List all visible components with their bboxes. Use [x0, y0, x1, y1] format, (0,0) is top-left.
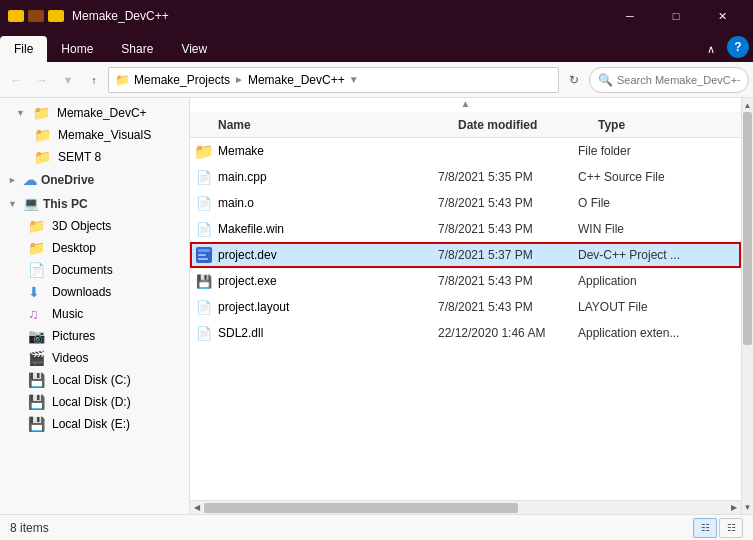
- file-name-memake: Memake: [214, 144, 434, 158]
- svg-rect-1: [198, 249, 210, 252]
- file-type-cpp: C++ Source File: [574, 170, 737, 184]
- file-name-layout: project.layout: [214, 300, 434, 314]
- sidebar-item-local-e[interactable]: 💾 Local Disk (E:): [0, 413, 189, 435]
- svg-rect-2: [198, 254, 206, 256]
- file-row-project-dev[interactable]: project.dev 7/8/2021 5:37 PM Dev-C++ Pro…: [190, 242, 741, 268]
- file-name-exe: project.exe: [214, 274, 434, 288]
- minimize-button[interactable]: ─: [607, 0, 653, 32]
- file-row[interactable]: 📄 main.cpp 7/8/2021 5:35 PM C++ Source F…: [190, 164, 741, 190]
- tab-share[interactable]: Share: [107, 36, 167, 62]
- sidebar-item-downloads[interactable]: ⬇ Downloads: [0, 281, 189, 303]
- h-scroll-track[interactable]: [204, 501, 727, 514]
- file-icon-layout: 📄: [194, 300, 214, 315]
- refresh-button[interactable]: ↻: [561, 67, 587, 93]
- file-date-win: 7/8/2021 5:43 PM: [434, 222, 574, 236]
- file-row[interactable]: 📄 SDL2.dll 22/12/2020 1:46 AM Applicatio…: [190, 320, 741, 346]
- ribbon-collapse-button[interactable]: ∧: [699, 36, 723, 62]
- h-scroll-left-button[interactable]: ◀: [190, 501, 204, 515]
- file-row[interactable]: 📄 Makefile.win 7/8/2021 5:43 PM WIN File: [190, 216, 741, 242]
- sidebar-item-documents[interactable]: 📄 Documents: [0, 259, 189, 281]
- sidebar-label-local-e: Local Disk (E:): [52, 417, 130, 431]
- file-type-exe: Application: [574, 274, 737, 288]
- file-row[interactable]: 📄 project.layout 7/8/2021 5:43 PM LAYOUT…: [190, 294, 741, 320]
- videos-icon: 🎬: [28, 350, 46, 366]
- h-scroll-thumb: [204, 503, 518, 513]
- col-header-name[interactable]: Name: [214, 118, 454, 132]
- file-icon-exe: 💾: [194, 274, 214, 289]
- file-icon-memake: 📁: [194, 142, 214, 161]
- scroll-thumb: [743, 112, 752, 345]
- search-input[interactable]: [617, 74, 740, 86]
- sidebar-label-downloads: Downloads: [52, 285, 111, 299]
- scroll-down-button[interactable]: ▼: [742, 500, 754, 514]
- sort-up-arrow[interactable]: ▲: [190, 98, 741, 112]
- sidebar-item-semt8[interactable]: 📁 SEMT 8: [0, 146, 189, 168]
- sidebar-label-desktop: Desktop: [52, 241, 96, 255]
- sidebar-label-semt8: SEMT 8: [58, 150, 101, 164]
- sidebar-item-this-pc[interactable]: ▼ 💻 This PC: [0, 192, 189, 215]
- up-button[interactable]: ↑: [82, 68, 106, 92]
- back-button[interactable]: ←: [4, 68, 28, 92]
- recent-locations-button[interactable]: ▼: [56, 68, 80, 92]
- sidebar-item-3dobjects[interactable]: 📁 3D Objects: [0, 215, 189, 237]
- file-date-exe: 7/8/2021 5:43 PM: [434, 274, 574, 288]
- maximize-button[interactable]: □: [653, 0, 699, 32]
- sidebar-item-desktop[interactable]: 📁 Desktop: [0, 237, 189, 259]
- sidebar-item-music[interactable]: ♫ Music: [0, 303, 189, 325]
- cloud-icon: ☁: [23, 172, 37, 188]
- scroll-up-button[interactable]: ▲: [742, 98, 754, 112]
- window-title: Memake_DevC++: [72, 9, 607, 23]
- file-row[interactable]: 📁 Memake File folder: [190, 138, 741, 164]
- tb-icon-brown: [28, 10, 44, 22]
- h-scroll-right-button[interactable]: ▶: [727, 501, 741, 515]
- file-date-layout: 7/8/2021 5:43 PM: [434, 300, 574, 314]
- address-path[interactable]: 📁 Memake_Projects ► Memake_DevC++ ▼: [108, 67, 559, 93]
- large-icons-view-button[interactable]: ☷: [719, 518, 743, 538]
- sidebar-item-memake-devc[interactable]: ▼ 📁 Memake_DevC+: [0, 102, 189, 124]
- sidebar-item-local-c[interactable]: 💾 Local Disk (C:): [0, 369, 189, 391]
- file-row[interactable]: 💾 project.exe 7/8/2021 5:43 PM Applicati…: [190, 268, 741, 294]
- forward-button[interactable]: →: [30, 68, 54, 92]
- col-header-date[interactable]: Date modified: [454, 118, 594, 132]
- drive-icon-e: 💾: [28, 416, 46, 432]
- sidebar-item-pictures[interactable]: 📷 Pictures: [0, 325, 189, 347]
- title-bar-controls: ─ □ ✕: [607, 0, 745, 32]
- sidebar-label-thispc: This PC: [43, 197, 88, 211]
- sidebar-label-local-d: Local Disk (D:): [52, 395, 131, 409]
- breadcrumb: Memake_Projects ► Memake_DevC++: [134, 73, 345, 87]
- expand-arrow-onedrive: ►: [8, 175, 17, 185]
- sidebar-item-onedrive[interactable]: ► ☁ OneDrive: [0, 168, 189, 192]
- main-layout: ▼ 📁 Memake_DevC+ 📁 Memake_VisualS 📁 SEMT…: [0, 98, 753, 514]
- tb-icon-yellow: [8, 10, 24, 22]
- sidebar-bottom-space: [0, 435, 189, 439]
- pictures-icon: 📷: [28, 328, 46, 344]
- sidebar-label-pictures: Pictures: [52, 329, 95, 343]
- close-button[interactable]: ✕: [699, 0, 745, 32]
- col-header-type[interactable]: Type: [594, 118, 737, 132]
- address-dropdown-arrow[interactable]: ▼: [349, 74, 359, 85]
- file-icon-dll: 📄: [194, 326, 214, 341]
- sidebar-label-music: Music: [52, 307, 83, 321]
- sidebar-item-local-d[interactable]: 💾 Local Disk (D:): [0, 391, 189, 413]
- tab-view[interactable]: View: [167, 36, 221, 62]
- drive-icon-d: 💾: [28, 394, 46, 410]
- sidebar-item-memake-visuals[interactable]: 📁 Memake_VisualS: [0, 124, 189, 146]
- tab-file[interactable]: File: [0, 36, 47, 62]
- file-icon-win: 📄: [194, 222, 214, 237]
- horizontal-scrollbar[interactable]: ◀ ▶: [190, 500, 741, 514]
- file-area-wrapper: ▲ Name Date modified Type 📁 Memake File …: [190, 98, 753, 514]
- status-item-count: 8 items: [10, 521, 49, 535]
- sidebar-label-documents: Documents: [52, 263, 113, 277]
- search-icon: 🔍: [598, 73, 613, 87]
- file-type-win: WIN File: [574, 222, 737, 236]
- file-row[interactable]: 📄 main.o 7/8/2021 5:43 PM O File: [190, 190, 741, 216]
- details-view-button[interactable]: ☷: [693, 518, 717, 538]
- scroll-track[interactable]: [742, 112, 753, 500]
- file-icon-dev: [194, 246, 214, 264]
- search-box[interactable]: 🔍: [589, 67, 749, 93]
- tab-home[interactable]: Home: [47, 36, 107, 62]
- sidebar-item-videos[interactable]: 🎬 Videos: [0, 347, 189, 369]
- help-button[interactable]: ?: [727, 36, 749, 58]
- ribbon-tabs: File Home Share View ∧ ?: [0, 32, 753, 62]
- vertical-scrollbar[interactable]: ▲ ▼: [741, 98, 753, 514]
